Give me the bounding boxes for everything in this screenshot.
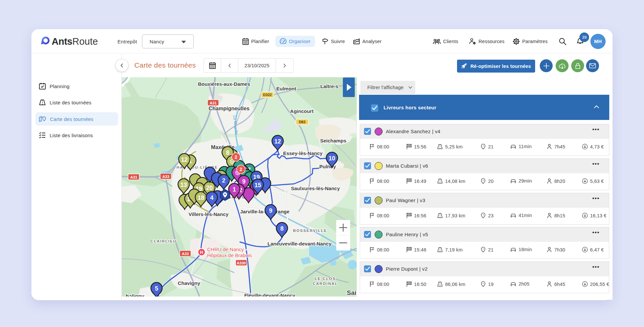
svg-text:2: 2 [222, 177, 225, 184]
svg-text:A33: A33 [162, 175, 169, 179]
svg-text:H: H [200, 250, 203, 255]
svg-text:5: 5 [155, 285, 158, 292]
svg-text:Champigneulles: Champigneulles [208, 106, 250, 111]
svg-text:Saulxures-lès-Nancy: Saulxures-lès-Nancy [291, 186, 340, 191]
svg-text:CHRU de Nancy -: CHRU de Nancy - [207, 246, 247, 252]
svg-text:Bouxières-aux-Dames: Bouxières-aux-Dames [198, 81, 250, 87]
svg-text:Eulmont: Eulmont [276, 86, 296, 91]
svg-text:Seichamps: Seichamps [320, 138, 346, 143]
svg-text:BOSSERVILLE: BOSSERVILLE [293, 229, 327, 233]
svg-text:Laneuveville-devant-Nancy: Laneuveville-devant-Nancy [267, 241, 332, 246]
svg-text:15: 15 [254, 182, 261, 189]
svg-text:18: 18 [198, 194, 204, 201]
svg-text:A31: A31 [209, 101, 217, 105]
svg-text:Essey-lès-Nancy: Essey-lès-Nancy [283, 150, 323, 156]
svg-text:9: 9 [269, 207, 272, 214]
svg-text:13: 13 [180, 182, 187, 188]
svg-text:Fléville-devant-Nancy: Fléville-devant-Nancy [244, 293, 296, 297]
svg-text:1: 1 [233, 186, 236, 193]
svg-text:LE CLOS: LE CLOS [315, 277, 336, 281]
svg-text:9: 9 [242, 178, 246, 185]
svg-text:Chavigny: Chavigny [178, 280, 200, 286]
svg-text:Hôpitaux de Brabois: Hôpitaux de Brabois [207, 252, 252, 258]
svg-text:8: 8 [226, 149, 229, 156]
svg-text:Sair: Sair [347, 289, 357, 296]
svg-text:20: 20 [206, 185, 213, 191]
svg-text:A31: A31 [130, 175, 137, 179]
svg-text:2: 2 [240, 167, 242, 172]
svg-text:Villers-lès-Nancy: Villers-lès-Nancy [189, 211, 229, 217]
svg-text:CLAIRLIEU: CLAIRLIEU [150, 239, 176, 243]
svg-text:8: 8 [280, 225, 284, 232]
svg-text:10: 10 [329, 155, 335, 162]
svg-text:D83: D83 [299, 120, 305, 124]
svg-text:2: 2 [235, 154, 237, 160]
svg-text:Agincourt: Agincourt [290, 108, 314, 114]
svg-text:CARDINAL: CARDINAL [313, 282, 338, 286]
svg-text:haligny: haligny [126, 294, 144, 297]
svg-text:4: 4 [210, 194, 213, 201]
svg-text:D322: D322 [263, 93, 272, 97]
svg-text:12: 12 [274, 138, 281, 145]
svg-text:A330: A330 [237, 261, 246, 265]
svg-text:12: 12 [181, 156, 188, 163]
svg-text:A33: A33 [182, 252, 189, 256]
svg-text:Laître-s: Laître-s [320, 83, 338, 89]
